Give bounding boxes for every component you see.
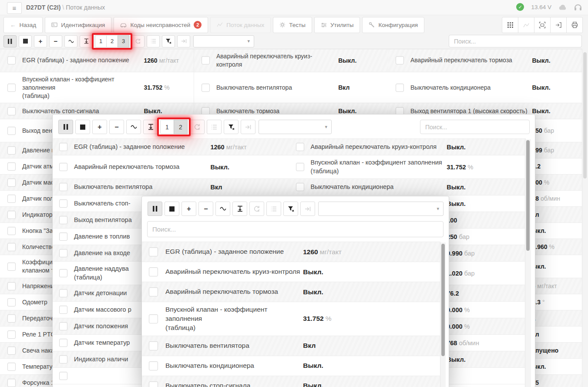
- view-1-column-button[interactable]: 1: [95, 35, 107, 47]
- row-checkbox[interactable]: [149, 287, 158, 296]
- hamburger-menu-button[interactable]: ≡: [7, 2, 22, 14]
- table-row[interactable]: Выключатель кондиционера Выкл.: [388, 72, 582, 104]
- row-checkbox[interactable]: [202, 56, 210, 64]
- dialog2-scrollbar[interactable]: [440, 242, 446, 387]
- row-checkbox[interactable]: [59, 199, 67, 208]
- row-checkbox[interactable]: [7, 363, 16, 371]
- table-row[interactable]: Выключатель стоп-сигнала Выкл.: [142, 376, 440, 387]
- row-checkbox[interactable]: [59, 269, 67, 277]
- row-checkbox[interactable]: [7, 56, 16, 64]
- row-checkbox[interactable]: [396, 84, 404, 92]
- preset-select[interactable]: ▾: [193, 35, 254, 47]
- zoom-in-button[interactable]: +: [34, 35, 47, 47]
- pause-button[interactable]: [3, 35, 17, 47]
- row-checkbox[interactable]: [7, 243, 16, 251]
- table-row[interactable]: Аварийный переключатель круиз-контроля В…: [194, 49, 388, 72]
- zoom-out-button[interactable]: −: [198, 202, 213, 216]
- preset-select[interactable]: ▾: [259, 120, 332, 134]
- reset-button[interactable]: [190, 120, 205, 134]
- export-button[interactable]: [550, 17, 567, 33]
- row-checkbox[interactable]: [7, 262, 16, 271]
- list-button[interactable]: [266, 202, 281, 216]
- row-checkbox[interactable]: [7, 282, 16, 290]
- chart-view-button[interactable]: [518, 17, 534, 33]
- table-row[interactable]: Выключатель вентилятора Вкл: [194, 72, 388, 104]
- row-checkbox[interactable]: [149, 247, 158, 256]
- row-checkbox[interactable]: [149, 341, 158, 350]
- row-checkbox[interactable]: [59, 232, 67, 241]
- tab-identification[interactable]: Идентификация: [45, 17, 111, 33]
- row-checkbox[interactable]: [296, 163, 304, 171]
- view-2-columns-button[interactable]: 2: [174, 120, 188, 134]
- row-checkbox[interactable]: [7, 330, 16, 339]
- reset-button[interactable]: [249, 202, 264, 216]
- row-checkbox[interactable]: [296, 183, 304, 191]
- clear-filter-button[interactable]: [224, 120, 239, 134]
- row-checkbox[interactable]: [59, 143, 67, 151]
- row-checkbox[interactable]: [202, 84, 210, 92]
- row-checkbox[interactable]: [59, 216, 67, 224]
- print-button[interactable]: [566, 17, 583, 33]
- tab-utilities[interactable]: Утилиты: [314, 17, 360, 33]
- wave-mode-button[interactable]: [215, 202, 230, 216]
- row-checkbox[interactable]: [7, 178, 16, 187]
- zoom-out-button[interactable]: −: [109, 120, 124, 134]
- search-input[interactable]: [147, 221, 444, 237]
- zoom-in-button[interactable]: +: [92, 120, 107, 134]
- row-checkbox[interactable]: [7, 298, 16, 306]
- table-row[interactable]: Впускной клапан - коэффициент заполнения…: [142, 302, 440, 336]
- tab-tests[interactable]: Тесты: [273, 17, 312, 33]
- headphones-icon[interactable]: [574, 3, 582, 11]
- row-checkbox[interactable]: [59, 372, 67, 380]
- dialog2-scrollbar-thumb[interactable]: [441, 244, 445, 356]
- main-scrollbar[interactable]: [582, 49, 588, 358]
- table-row[interactable]: Выключатель кондиционера Выкл.: [142, 356, 440, 376]
- stop-button[interactable]: [19, 35, 32, 47]
- row-checkbox[interactable]: [59, 322, 67, 330]
- row-checkbox[interactable]: [7, 127, 16, 135]
- row-checkbox[interactable]: [7, 347, 16, 355]
- list-button[interactable]: [147, 35, 160, 47]
- table-row[interactable]: Выключатель вентилятора Вкл: [142, 336, 440, 356]
- row-checkbox[interactable]: [59, 339, 67, 347]
- row-checkbox[interactable]: [59, 306, 67, 314]
- view-2-columns-button[interactable]: 2: [106, 35, 118, 47]
- row-checkbox[interactable]: [296, 143, 304, 151]
- table-row[interactable]: Аварийный переключатель тормоза Выкл.: [53, 155, 289, 179]
- clear-filter-button[interactable]: [283, 202, 298, 216]
- pause-button[interactable]: [58, 120, 73, 134]
- row-checkbox[interactable]: [59, 249, 67, 257]
- row-checkbox[interactable]: [396, 56, 404, 64]
- table-row[interactable]: Аварийный переключатель тормоза Выкл.: [388, 49, 582, 72]
- dialog1-scrollbar[interactable]: [525, 139, 531, 387]
- table-row[interactable]: Впускной клапан - коэффициент заполнения…: [0, 72, 194, 104]
- reset-button[interactable]: [131, 35, 144, 47]
- row-checkbox[interactable]: [7, 162, 16, 171]
- row-checkbox[interactable]: [7, 227, 16, 235]
- table-row[interactable]: Впускной клапан - коэффициент заполнения…: [289, 155, 526, 179]
- goto-button[interactable]: [177, 35, 190, 47]
- table-row[interactable]: Аварийный переключатель круиз-контроля В…: [142, 262, 440, 282]
- fit-height-button[interactable]: [232, 202, 247, 216]
- table-row[interactable]: EGR (таблица) - заданное положение 1260м…: [0, 49, 194, 72]
- dialog1-scrollbar-thumb[interactable]: [526, 140, 530, 251]
- view-1-column-button[interactable]: 1: [160, 120, 174, 134]
- row-checkbox[interactable]: [7, 195, 16, 203]
- tab-fault-codes[interactable]: Коды неисправностей 2: [114, 17, 208, 33]
- search-input[interactable]: [420, 120, 530, 134]
- row-checkbox[interactable]: [7, 314, 16, 323]
- stop-button[interactable]: [165, 202, 179, 216]
- fit-height-button[interactable]: [80, 35, 93, 47]
- list-button[interactable]: [207, 120, 222, 134]
- table-row[interactable]: Аварийный переключатель круиз-контроля В…: [289, 139, 526, 155]
- row-checkbox[interactable]: [149, 361, 158, 370]
- wave-mode-button[interactable]: [126, 120, 141, 134]
- clear-filter-button[interactable]: [162, 35, 175, 47]
- row-checkbox[interactable]: [7, 211, 16, 219]
- wave-mode-button[interactable]: [64, 35, 77, 47]
- goto-button[interactable]: [300, 202, 315, 216]
- back-button[interactable]: ← Назад: [3, 17, 43, 33]
- pause-button[interactable]: [148, 202, 162, 216]
- stop-button[interactable]: [75, 120, 90, 134]
- row-checkbox[interactable]: [59, 355, 67, 363]
